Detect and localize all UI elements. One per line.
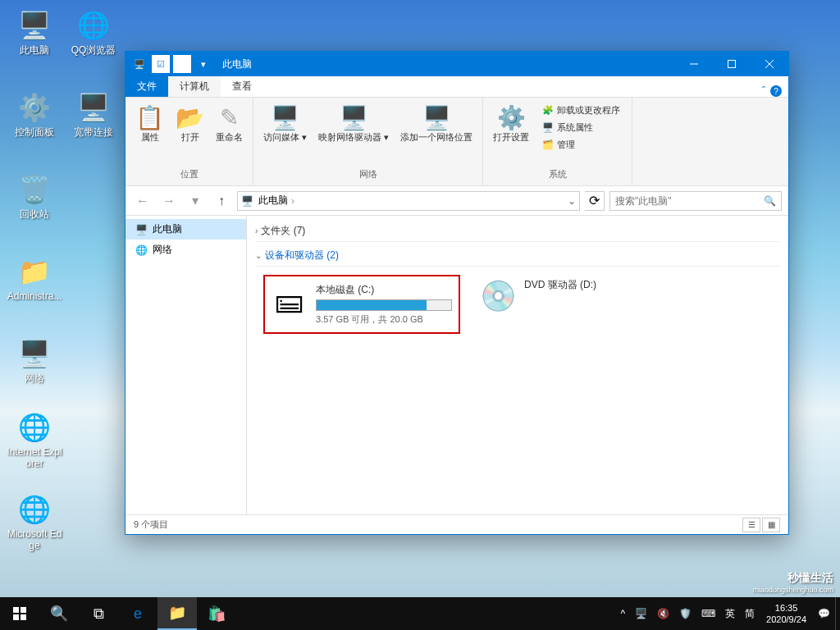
svg-rect-6 [13,614,19,620]
nav-network[interactable]: 🌐网络 [126,240,246,260]
tray-volume-icon[interactable]: 🔇 [652,597,674,630]
manage-button[interactable]: 🗂️管理 [539,137,623,153]
desktop-icon-label: 回收站 [5,208,64,220]
tray-keyboard-icon[interactable]: ⌨ [696,597,720,630]
access-media-button[interactable]: 🖥️访问媒体 ▾ [258,101,312,167]
svg-rect-7 [21,614,26,620]
rename-button[interactable]: ✎重命名 [211,101,248,167]
tab-view[interactable]: 查看 [221,76,263,97]
qat-properties-icon[interactable]: ☑ [152,55,170,73]
ime-lang-button[interactable]: 英 [720,597,740,630]
desktop-icon-label: Administra... [5,290,64,302]
tab-file[interactable]: 文件 [126,76,168,97]
recent-dropdown[interactable]: ▾ [185,190,206,212]
search-box[interactable]: 🔍 [609,191,782,211]
manage-icon: 🗂️ [542,139,554,150]
qat-dropdown-icon[interactable]: ▾ [194,55,212,73]
desktop-icon-glyph: 🖥️ [76,90,111,125]
desktop-icon-label: 此电脑 [5,44,64,56]
tab-computer[interactable]: 计算机 [168,76,221,97]
pc-icon: 🖥️ [241,195,253,207]
map-drive-button[interactable]: 🖥️映射网络驱动器 ▾ [313,101,394,167]
close-button[interactable] [751,52,788,76]
up-button[interactable]: ↑ [211,190,232,212]
task-view-button[interactable]: ⧉ [79,597,118,630]
drive-d-label: DVD 驱动器 (D:) [524,278,670,292]
desktop-icon-2[interactable]: ⚙️控制面板 [5,90,64,138]
desktop-icon-4[interactable]: 🗑️回收站 [5,172,64,220]
navigation-pane: 🖥️此电脑 🌐网络 [126,216,247,514]
action-center-button[interactable]: 💬 [813,597,835,630]
desktop-icon-label: 网络 [5,372,64,384]
refresh-button[interactable]: ⟳ [585,191,605,211]
drive-c[interactable]: 🖴 本地磁盘 (C:) 3.57 GB 可用，共 20.0 GB [263,275,460,334]
app-icon: 🖥️ [130,55,148,73]
tray-overflow-icon[interactable]: ^ [615,597,630,630]
desktop-icon-label: Internet Explorer [5,446,64,470]
desktop-icon-3[interactable]: 🖥️宽带连接 [64,90,123,138]
add-network-location-button[interactable]: 🖥️添加一个网络位置 [395,101,477,167]
desktop-icon-label: Microsoft Edge [5,528,64,552]
system-properties-button[interactable]: 🖥️系统属性 [539,120,623,135]
content-pane: › 文件夹 (7) ⌄ 设备和驱动器 (2) 🖴 本地磁盘 (C:) 3.57 … [247,216,788,514]
ribbon-group-system-label: 系统 [488,167,627,182]
desktop-icon-glyph: 🌐 [76,8,111,43]
address-bar: ← → ▾ ↑ 🖥️ 此电脑 › ⌄ ⟳ 🔍 [126,186,788,216]
drive-c-stats: 3.57 GB 可用，共 20.0 GB [316,313,452,326]
svg-rect-4 [13,607,19,613]
chevron-down-icon: ⌄ [255,251,262,260]
desktop-icon-label: 控制面板 [5,126,64,138]
system-icon: 🖥️ [542,122,554,133]
status-bar: 9 个项目 ☰ ▦ [126,514,788,534]
tray-security-icon[interactable]: 🛡️ [674,597,696,630]
tray-network-icon[interactable]: 🖥️ [630,597,652,630]
breadcrumb-dropdown-icon[interactable]: ⌄ [568,195,576,207]
chevron-right-icon: › [255,226,258,235]
nav-this-pc[interactable]: 🖥️此电脑 [126,219,246,240]
back-button[interactable]: ← [132,190,153,212]
maximize-button[interactable] [713,52,751,76]
forward-button[interactable]: → [158,190,180,212]
desktop-icon-label: 宽带连接 [64,126,123,138]
desktop-icon-glyph: 🖥️ [17,8,52,43]
uninstall-programs-button[interactable]: 🧩卸载或更改程序 [539,103,623,118]
help-icon[interactable]: ? [770,85,782,97]
desktop-icon-7[interactable]: 🌐Internet Explorer [5,410,64,470]
start-button[interactable] [0,597,39,630]
open-settings-button[interactable]: ⚙️打开设置 [488,101,534,167]
item-count: 9 个项目 [134,518,168,531]
group-folders-header[interactable]: › 文件夹 (7) [255,221,780,242]
open-button[interactable]: 📂打开 [171,101,209,167]
desktop-icon-glyph: 🌐 [17,410,52,445]
search-button[interactable]: 🔍 [39,597,79,630]
drive-d[interactable]: 💿 DVD 驱动器 (D:) [477,275,673,334]
desktop-icon-0[interactable]: 🖥️此电脑 [5,8,64,56]
desktop-icon-5[interactable]: 📁Administra... [5,254,64,302]
desktop-icon-8[interactable]: 🌐Microsoft Edge [5,492,64,552]
search-icon[interactable]: 🔍 [764,195,776,207]
taskbar-edge[interactable]: e [118,597,158,630]
title-bar: 🖥️ ☑ ▫ ▾ 此电脑 [126,52,788,76]
show-desktop-button[interactable] [835,597,840,630]
ribbon-collapse-icon[interactable]: ˆ [762,85,765,97]
breadcrumb-root[interactable]: 此电脑 [258,194,288,208]
taskbar-clock[interactable]: 16:35 2020/9/24 [760,602,813,626]
desktop-icon-glyph: 📁 [17,254,52,289]
uninstall-icon: 🧩 [542,105,554,116]
tiles-view-button[interactable]: ▦ [762,518,780,532]
desktop-icon-glyph: 🖥️ [17,336,52,371]
properties-button[interactable]: 📋属性 [130,101,169,167]
details-view-button[interactable]: ☰ [742,518,760,532]
watermark: 秒懂生活 miaodongshenghuo.com [752,571,833,594]
minimize-button[interactable] [675,52,713,76]
qat-new-folder-icon[interactable]: ▫ [173,55,191,73]
group-devices-header[interactable]: ⌄ 设备和驱动器 (2) [255,245,780,267]
taskbar-store[interactable]: 🛍️ [197,597,236,630]
ime-mode-button[interactable]: 简 [740,597,760,630]
search-input[interactable] [615,195,764,207]
breadcrumb-bar[interactable]: 🖥️ 此电脑 › ⌄ [237,191,580,211]
desktop-icon-1[interactable]: 🌐QQ浏览器 [64,8,123,56]
pc-icon: 🖥️ [135,224,148,235]
taskbar-explorer[interactable]: 📁 [158,597,197,630]
desktop-icon-6[interactable]: 🖥️网络 [5,336,64,384]
